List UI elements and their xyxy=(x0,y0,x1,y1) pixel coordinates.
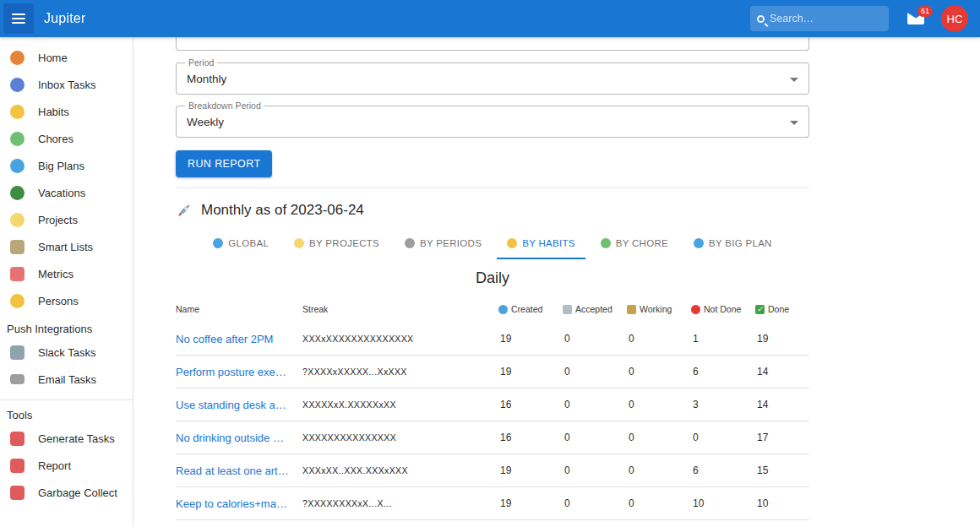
done-value: 14 xyxy=(755,366,809,378)
period-select[interactable]: Period Monthly xyxy=(176,62,809,95)
tab-global[interactable]: GLOBAL xyxy=(203,227,279,259)
tab-by-projects[interactable]: BY PROJECTS xyxy=(284,227,389,259)
column-streak: Streak xyxy=(302,304,498,314)
period-label: Period xyxy=(185,57,217,68)
sidebar-item-persons[interactable]: Persons xyxy=(0,287,133,314)
building-icon xyxy=(10,240,24,254)
sidebar-item-slack-tasks[interactable]: Slack Tasks xyxy=(0,339,133,366)
avatar[interactable]: HC xyxy=(941,5,968,32)
hammer-icon xyxy=(627,305,636,314)
habit-link[interactable]: Perform posture exercis… xyxy=(176,366,302,378)
accepted-value: 0 xyxy=(563,399,627,410)
fox-icon xyxy=(10,51,24,65)
filter-input-partial[interactable] xyxy=(176,37,809,51)
not-done-value: 6 xyxy=(691,465,755,476)
speech-bubble-icon xyxy=(10,345,24,360)
column-created: Created xyxy=(498,304,563,314)
done-value: 17 xyxy=(755,432,809,443)
run-report-button[interactable]: RUN REPORT xyxy=(176,150,272,177)
breakdown-period-label: Breakdown Period xyxy=(185,101,264,111)
report-icon xyxy=(10,459,24,473)
tab-by-habits[interactable]: BY HABITS xyxy=(497,227,585,259)
sidebar-item-report[interactable]: Report xyxy=(0,452,133,479)
sidebar-item-home[interactable]: Home xyxy=(0,44,133,71)
not-done-value: 0 xyxy=(691,432,755,443)
chevron-down-icon xyxy=(790,78,798,82)
notifications-button[interactable]: 61 xyxy=(907,13,924,24)
habit-link[interactable]: No drinking outside soci… xyxy=(176,432,302,444)
accepted-value: 0 xyxy=(563,333,627,345)
report-form: Period Monthly Breakdown Period Weekly R… xyxy=(176,37,809,187)
sidebar-item-generate-tasks[interactable]: Generate Tasks xyxy=(0,425,133,452)
tab-by-big-plan[interactable]: BY BIG PLAN xyxy=(683,227,782,259)
section-title-daily: Daily xyxy=(176,269,809,287)
globe-icon xyxy=(10,159,24,173)
working-value: 0 xyxy=(627,497,691,509)
table-row: Perform posture exercis… ?XXXXxXXXXX...X… xyxy=(176,356,809,388)
period-value: Monthly xyxy=(187,73,226,85)
habit-link[interactable]: Keep to calories+macro … xyxy=(176,497,302,510)
banana-icon xyxy=(507,238,517,248)
table-row: No coffee after 2PM XXXxXXXXXXXXXXXXXX 1… xyxy=(176,323,809,356)
sidebar-item-chores[interactable]: Chores xyxy=(0,125,133,152)
notification-badge: 61 xyxy=(917,6,933,17)
globe-icon xyxy=(694,238,704,248)
pick-icon xyxy=(563,305,572,314)
habit-link[interactable]: No coffee after 2PM xyxy=(176,333,302,345)
created-value: 16 xyxy=(498,432,563,443)
app-title: Jupiter xyxy=(44,11,85,26)
content-divider xyxy=(176,187,809,188)
not-done-value: 10 xyxy=(691,497,755,509)
column-not-done: Not Done xyxy=(691,304,755,314)
sidebar-item-projects[interactable]: Projects xyxy=(0,206,133,233)
accepted-value: 0 xyxy=(563,366,627,378)
column-accepted: Accepted xyxy=(563,304,627,314)
sidebar-item-vacations[interactable]: Vacations xyxy=(0,179,133,206)
sidebar-item-smart-lists[interactable]: Smart Lists xyxy=(0,233,133,260)
report-tabs: GLOBAL BY PROJECTS BY PERIODS BY HABITS … xyxy=(176,227,809,259)
inbox-person-icon xyxy=(10,78,24,92)
habit-link[interactable]: Read at least one article… xyxy=(176,465,302,477)
garbage-icon xyxy=(10,486,24,500)
main-content: Period Monthly Breakdown Period Weekly R… xyxy=(133,37,980,527)
created-value: 19 xyxy=(498,366,563,378)
search-box[interactable] xyxy=(750,6,889,31)
sidebar-section-tools: Tools xyxy=(0,400,133,425)
working-value: 0 xyxy=(627,366,691,378)
sprout-icon xyxy=(601,238,611,248)
sidebar-item-email-tasks[interactable]: Email Tasks xyxy=(0,366,133,393)
report-title: Monthly as of 2023-06-24 xyxy=(176,202,809,219)
working-value: 0 xyxy=(627,399,691,410)
habit-link[interactable]: Use standing desk at lea… xyxy=(176,399,302,411)
globe-icon xyxy=(213,238,223,248)
bulb-icon xyxy=(10,213,24,227)
done-value: 10 xyxy=(755,497,809,509)
red-circle-icon xyxy=(691,305,700,314)
chart-icon xyxy=(10,267,24,281)
created-value: 19 xyxy=(498,333,563,345)
table-row: Do Duolingo XXXXXXXXX.XXXxXXXX 19 0 0 2 … xyxy=(176,520,809,527)
envelope-icon xyxy=(10,374,24,384)
search-input[interactable] xyxy=(770,13,882,24)
menu-icon[interactable] xyxy=(3,3,34,34)
created-value: 16 xyxy=(498,399,563,410)
table-header: Name Streak Created Accepted Working Not… xyxy=(176,296,809,323)
streak-value: XXXxXX..XXX.XXXxXXX xyxy=(302,465,498,475)
table-row: Keep to calories+macro … ?XXXXXXXXxX...X… xyxy=(176,487,809,520)
streak-value: XXXXXXXXXXXXXXX xyxy=(302,432,498,443)
table-row: Read at least one article… XXXxXX..XXX.X… xyxy=(176,454,809,487)
done-value: 19 xyxy=(755,333,809,345)
sidebar-item-inbox-tasks[interactable]: Inbox Tasks xyxy=(0,71,133,98)
sidebar-item-metrics[interactable]: Metrics xyxy=(0,260,133,287)
sidebar-item-habits[interactable]: Habits xyxy=(0,98,133,125)
sidebar-section-push-integrations: Push Integrations xyxy=(0,314,133,339)
banana-icon xyxy=(10,105,24,119)
sidebar-item-garbage-collect[interactable]: Garbage Collect xyxy=(0,479,133,506)
sidebar-item-big-plans[interactable]: Big Plans xyxy=(0,152,133,179)
created-value: 19 xyxy=(498,497,563,509)
tab-by-chore[interactable]: BY CHORE xyxy=(591,227,678,259)
tab-by-periods[interactable]: BY PERIODS xyxy=(395,227,492,259)
working-value: 0 xyxy=(627,432,691,443)
palm-icon xyxy=(10,186,24,200)
breakdown-period-select[interactable]: Breakdown Period Weekly xyxy=(176,106,809,138)
